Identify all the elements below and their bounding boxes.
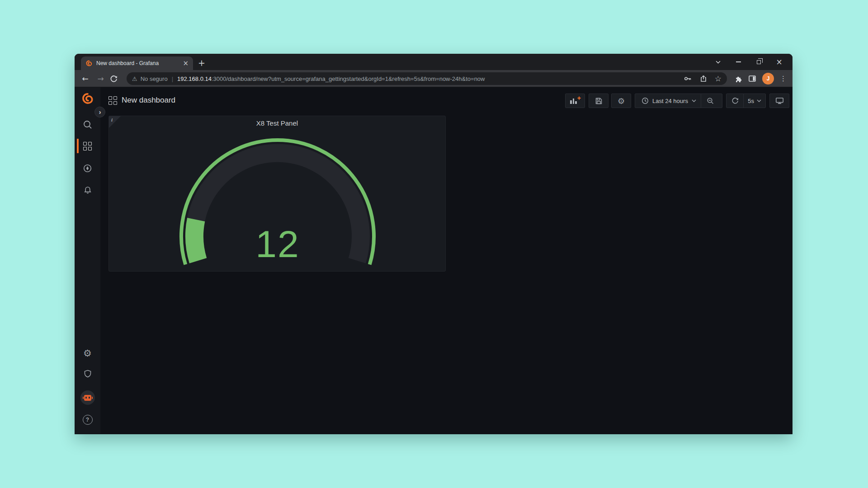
dashboard-settings-button[interactable]: ⚙ [611, 94, 631, 108]
tab-search-button[interactable] [708, 54, 728, 70]
sidebar-expand-button[interactable]: › [94, 107, 105, 117]
profile-avatar[interactable]: J [762, 73, 774, 84]
desktop-background: New dashboard - Grafana × + × ← → ⚠ [0, 0, 868, 488]
grafana-favicon [85, 60, 93, 67]
tab-close-icon[interactable]: × [183, 60, 189, 67]
refresh-interval-label: 5s [748, 98, 754, 104]
refresh-button[interactable] [726, 94, 743, 108]
save-dashboard-button[interactable] [589, 94, 609, 108]
search-icon[interactable] [75, 119, 100, 130]
refresh-group: 5s [726, 94, 766, 108]
sidebar-item-server-admin[interactable] [75, 368, 100, 379]
sidebar-item-configuration[interactable]: ⚙ [75, 347, 100, 359]
address-bar[interactable]: ⚠ No seguro | 192.168.0.14 :3000/dashboa… [127, 72, 727, 85]
sidebar-item-explore[interactable] [75, 163, 100, 174]
address-separator: | [172, 75, 173, 82]
tv-mode-button[interactable] [769, 94, 789, 108]
dashboard-main: New dashboard + ⚙ [100, 87, 793, 434]
sidebar-user-avatar[interactable] [75, 390, 100, 405]
clock-icon [642, 97, 649, 104]
minimize-button[interactable] [728, 54, 749, 70]
browser-toolbar: ← → ⚠ No seguro | 192.168.0.14 :3000/das… [75, 70, 793, 87]
grafana-app: › [75, 87, 793, 434]
share-icon[interactable] [699, 75, 708, 83]
shield-icon [83, 369, 92, 378]
compass-icon [83, 164, 92, 173]
not-secure-warning-icon: ⚠ [132, 75, 137, 82]
chevron-down-icon [692, 99, 696, 102]
help-icon: ? [83, 415, 93, 425]
back-button[interactable]: ← [79, 73, 91, 85]
monitor-icon [775, 97, 784, 105]
url-host: 192.168.0.14 [177, 75, 212, 82]
browser-window: New dashboard - Grafana × + × ← → ⚠ [75, 54, 793, 434]
zoom-out-icon [707, 97, 714, 105]
refresh-interval-dropdown[interactable]: 5s [744, 98, 765, 104]
user-avatar-image [80, 390, 95, 405]
time-range-label: Last 24 hours [652, 98, 688, 104]
bookmark-star-icon[interactable]: ☆ [715, 74, 722, 83]
time-picker-group: Last 24 hours [635, 94, 722, 108]
extensions-puzzle-icon[interactable] [734, 75, 742, 83]
gauge-value-arc [194, 220, 198, 261]
panel-title[interactable]: X8 Test Panel [109, 119, 445, 127]
minimize-icon [736, 61, 741, 62]
sidebar-item-alerting[interactable] [75, 185, 100, 196]
dashboard-grid-icon [108, 96, 117, 105]
grafana-sidebar: › [75, 87, 100, 434]
refresh-icon [731, 97, 739, 104]
gauge-value: 12 [232, 224, 323, 264]
not-secure-label[interactable]: No seguro [141, 75, 168, 82]
reload-button[interactable] [110, 73, 122, 85]
time-picker-button[interactable]: Last 24 hours [637, 97, 701, 104]
chevron-down-icon [757, 99, 761, 102]
chrome-menu-icon[interactable]: ⋮ [780, 75, 787, 83]
restore-button[interactable] [749, 54, 769, 70]
grafana-logo[interactable] [75, 91, 100, 106]
panel-x8-test[interactable]: i X8 Test Panel 12 [108, 116, 446, 272]
close-window-button[interactable]: × [769, 54, 789, 70]
dashboard-title[interactable]: New dashboard [122, 96, 175, 105]
browser-tab-strip: New dashboard - Grafana × + × [75, 54, 793, 70]
add-panel-icon: + [570, 97, 580, 104]
zoom-out-time-button[interactable] [701, 94, 720, 108]
sidebar-item-dashboards[interactable] [75, 141, 100, 151]
forward-button[interactable]: → [94, 73, 107, 85]
password-key-icon[interactable] [684, 75, 692, 83]
tab-title: New dashboard - Grafana [96, 60, 183, 66]
side-panel-icon[interactable] [748, 75, 756, 83]
add-panel-button[interactable]: + [565, 94, 585, 108]
dashboards-grid-icon [83, 142, 92, 150]
browser-tab[interactable]: New dashboard - Grafana × [81, 56, 193, 70]
bell-icon [83, 186, 92, 195]
restore-icon [757, 60, 761, 64]
url-path: :3000/dashboard/new?utm_source=grafana_g… [212, 75, 679, 82]
save-icon [595, 97, 603, 105]
sidebar-item-help[interactable]: ? [75, 414, 100, 425]
new-tab-button[interactable]: + [196, 57, 208, 69]
